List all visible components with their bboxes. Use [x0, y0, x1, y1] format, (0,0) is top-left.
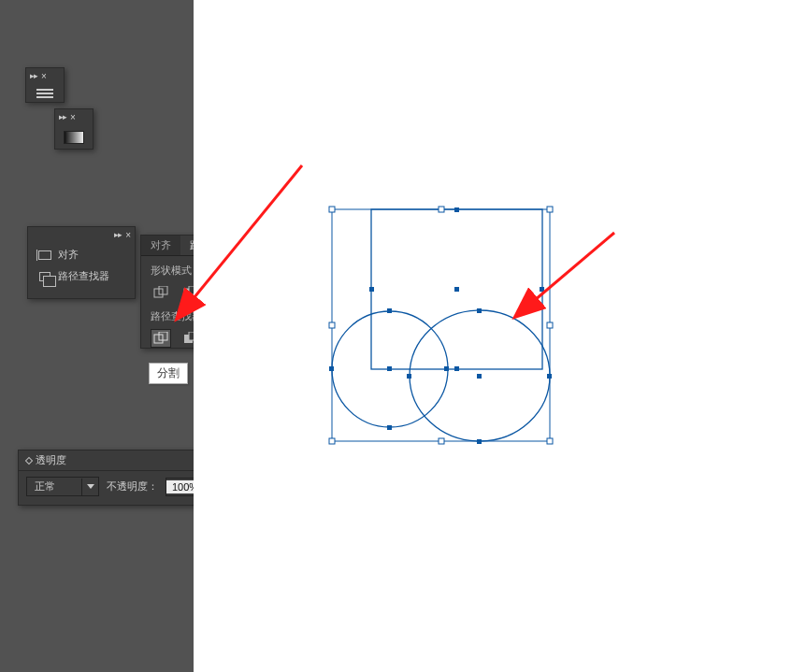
- expand-diamond-icon[interactable]: [25, 456, 33, 464]
- collapsed-panel-2[interactable]: ▸▸ ×: [54, 108, 94, 150]
- selection-bbox[interactable]: [332, 209, 550, 441]
- panel-row-label: 对齐: [58, 248, 79, 262]
- svg-rect-35: [454, 366, 459, 371]
- close-icon[interactable]: ×: [70, 112, 76, 122]
- svg-rect-37: [387, 366, 392, 371]
- svg-rect-38: [329, 366, 334, 371]
- svg-rect-29: [439, 438, 444, 444]
- canvas[interactable]: [194, 0, 792, 672]
- pathfinder-icon: [37, 270, 52, 283]
- svg-rect-42: [407, 374, 411, 379]
- svg-rect-23: [329, 207, 335, 212]
- tooltip-divide: 分割: [149, 363, 188, 384]
- panel-row-pathfinder[interactable]: 路径查找器: [28, 265, 135, 287]
- opacity-label: 不透明度：: [107, 479, 158, 493]
- gradient-swatch-icon: [64, 131, 84, 144]
- hamburger-icon: [36, 93, 53, 94]
- svg-rect-41: [444, 366, 449, 371]
- svg-rect-43: [547, 374, 552, 379]
- collapse-icon[interactable]: ▸▸: [114, 230, 122, 239]
- svg-rect-32: [369, 287, 374, 292]
- svg-rect-40: [387, 425, 392, 430]
- svg-rect-36: [477, 374, 482, 379]
- close-icon[interactable]: ×: [125, 230, 131, 240]
- collapse-icon[interactable]: ▸▸: [59, 112, 66, 122]
- shape-mode-unite[interactable]: [151, 283, 171, 302]
- transparency-title: 透明度: [36, 453, 66, 467]
- pathfinder-divide[interactable]: [151, 329, 171, 348]
- svg-rect-25: [547, 207, 553, 212]
- svg-rect-24: [439, 207, 444, 212]
- svg-rect-34: [454, 207, 459, 212]
- panel-row-align[interactable]: 对齐: [28, 244, 135, 265]
- align-icon: [37, 249, 52, 262]
- panel-row-label: 路径查找器: [58, 269, 109, 283]
- selection-handles[interactable]: [329, 207, 553, 444]
- close-icon[interactable]: ×: [41, 71, 47, 81]
- panel-group: ▸▸ × 对齐 路径查找器: [27, 226, 136, 299]
- tab-align[interactable]: 对齐: [141, 236, 180, 255]
- collapsed-panel-1[interactable]: ▸▸ ×: [25, 67, 65, 103]
- svg-rect-44: [477, 308, 482, 313]
- canvas-svg: [194, 0, 792, 672]
- svg-rect-28: [329, 438, 335, 444]
- svg-rect-31: [454, 287, 459, 292]
- blend-mode-value: 正常: [27, 478, 81, 495]
- svg-rect-33: [540, 287, 544, 292]
- anchor-points[interactable]: [329, 207, 552, 444]
- svg-rect-27: [547, 322, 553, 328]
- blend-mode-select[interactable]: 正常: [26, 477, 99, 496]
- svg-rect-30: [547, 438, 553, 444]
- svg-rect-45: [477, 439, 482, 444]
- collapse-icon[interactable]: ▸▸: [30, 71, 37, 80]
- svg-rect-26: [329, 322, 335, 328]
- svg-rect-39: [387, 308, 392, 313]
- chevron-down-icon[interactable]: [81, 479, 98, 495]
